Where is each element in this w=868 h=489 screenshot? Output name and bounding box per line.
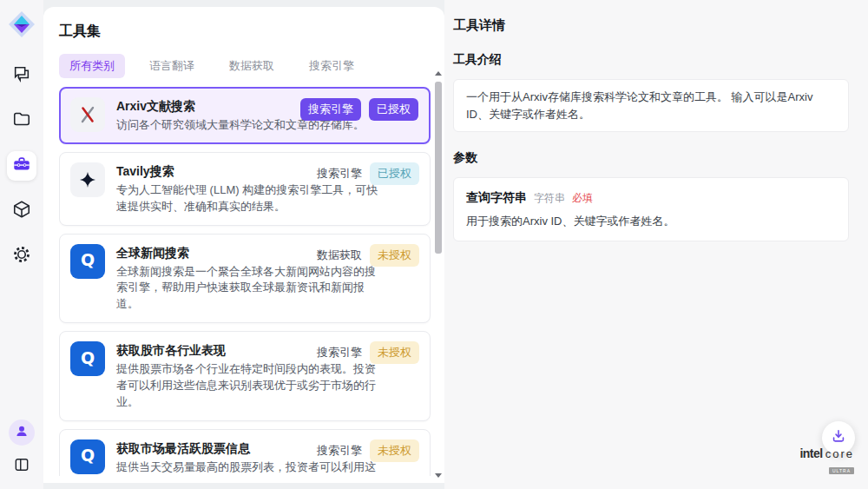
auth-status-badge: 已授权 <box>369 98 418 121</box>
param-name: 查询字符串 <box>466 190 527 204</box>
intro-heading: 工具介绍 <box>453 52 849 68</box>
scroll-up-arrow-icon[interactable] <box>435 71 442 76</box>
tool-details-panel: 工具详情 工具介绍 一个用于从Arxiv存储库搜索科学论文和文章的工具。 输入可… <box>444 0 868 489</box>
category-label: 数据获取 <box>317 248 362 263</box>
tool-badges: 搜索引擎 未授权 <box>317 341 419 364</box>
param-required-badge: 必填 <box>572 192 593 204</box>
category-badge: 搜索引擎 <box>300 98 361 121</box>
param-description: 用于搜索的Arxiv ID、关键字或作者姓名。 <box>466 214 836 229</box>
intel-product: core <box>825 447 854 460</box>
details-title: 工具详情 <box>453 17 849 34</box>
sidebar-item-files[interactable] <box>7 106 36 135</box>
tool-card-list: Arxiv文献搜索 访问各个研究领域大量科学论文和文章的存储库。 搜索引擎 已授… <box>59 87 431 476</box>
toolbox-icon <box>12 155 31 177</box>
cube-icon <box>12 200 31 222</box>
app-logo-icon <box>8 10 36 38</box>
category-label: 搜索引擎 <box>317 166 362 182</box>
category-label: 搜索引擎 <box>317 443 362 459</box>
tool-badges: 搜索引擎 已授权 <box>300 98 418 121</box>
list-scrollbar[interactable] <box>434 71 443 478</box>
intro-text-box: 一个用于从Arxiv存储库搜索科学论文和文章的工具。 输入可以是Arxiv ID… <box>453 79 849 132</box>
tool-badges: 搜索引擎 已授权 <box>317 162 419 185</box>
arxiv-logo-icon <box>70 97 105 132</box>
scroll-down-arrow-icon[interactable] <box>435 473 442 478</box>
toolset-panel: 工具集 所有类别 语言翻译 数据获取 搜索引擎 Arxiv文献搜索 访问各个研究… <box>43 7 444 483</box>
tool-card-sector-performance[interactable]: Q 获取股市各行业表现 提供股票市场各个行业在特定时间段内的表现。投资者可以利用… <box>59 331 431 421</box>
news-q-icon: Q <box>70 341 105 376</box>
tool-badges: 搜索引擎 未授权 <box>317 439 419 462</box>
tool-card-tavily[interactable]: Tavily搜索 专为人工智能代理 (LLM) 构建的搜索引擎工具，可快速提供实… <box>59 152 431 226</box>
user-icon <box>14 423 30 442</box>
sparkle-icon <box>70 162 105 197</box>
scrollbar-thumb[interactable] <box>435 82 442 254</box>
param-type: 字符串 <box>534 192 565 204</box>
tab-all-categories[interactable]: 所有类别 <box>59 54 125 78</box>
download-icon <box>830 427 847 448</box>
q-glyph: Q <box>81 350 95 367</box>
category-tabs: 所有类别 语言翻译 数据获取 搜索引擎 <box>59 54 444 78</box>
category-label: 搜索引擎 <box>317 345 362 360</box>
intel-brand: intel <box>799 446 822 460</box>
folder-icon <box>12 109 31 132</box>
intel-core-logo: intel core ULTRA <box>799 446 854 476</box>
news-q-icon: Q <box>70 244 105 279</box>
news-q-icon: Q <box>70 439 105 474</box>
sidebar-nav <box>7 61 36 271</box>
tool-description: 专为人工智能代理 (LLM) 构建的搜索引擎工具，可快速提供实时、准确和真实的结… <box>116 182 378 215</box>
params-heading: 参数 <box>453 150 849 166</box>
tab-data-fetch[interactable]: 数据获取 <box>219 54 285 78</box>
page-title: 工具集 <box>59 23 444 41</box>
sidebar-rail <box>0 0 43 489</box>
intel-logo-text: intel core <box>799 446 854 460</box>
tab-search-engine[interactable]: 搜索引擎 <box>299 54 365 78</box>
param-card: 查询字符串字符串必填 用于搜索的Arxiv ID、关键字或作者姓名。 <box>453 177 849 241</box>
tool-badges: 数据获取 未授权 <box>317 244 419 267</box>
auth-status-badge: 未授权 <box>370 439 419 462</box>
tool-card-arxiv[interactable]: Arxiv文献搜索 访问各个研究领域大量科学论文和文章的存储库。 搜索引擎 已授… <box>59 87 431 144</box>
q-glyph: Q <box>81 252 95 268</box>
sidebar-item-settings[interactable] <box>7 241 36 271</box>
tool-card-most-active-stocks[interactable]: Q 获取市场最活跃股票信息 提供当天交易量最高的股票列表，投资者可以利用这些信息… <box>59 429 431 476</box>
intel-tier-badge: ULTRA <box>829 467 854 474</box>
param-header: 查询字符串字符串必填 <box>466 189 836 206</box>
sidebar-item-tools[interactable] <box>7 151 36 181</box>
tool-description: 提供股票市场各个行业在特定时间段内的表现。投资者可以利用这些信息来识别表现优于或… <box>116 361 378 411</box>
chat-icon <box>12 64 31 87</box>
auth-status-badge: 已授权 <box>370 162 419 185</box>
auth-status-badge: 未授权 <box>370 244 419 267</box>
user-avatar[interactable] <box>9 420 35 446</box>
tab-translation[interactable]: 语言翻译 <box>139 54 205 78</box>
sidebar-item-layout[interactable] <box>10 454 34 479</box>
tool-card-global-news[interactable]: Q 全球新闻搜索 全球新闻搜索是一个聚合全球各大新闻网站内容的搜索引擎，帮助用户… <box>59 234 431 324</box>
sidebar-item-packages[interactable] <box>7 196 36 226</box>
q-glyph: Q <box>81 447 95 464</box>
tool-description: 全球新闻搜索是一个聚合全球各大新闻网站内容的搜索引擎，帮助用户快速获取全球最新资… <box>116 264 378 314</box>
layout-panels-icon <box>13 456 30 477</box>
auth-status-badge: 未授权 <box>370 341 419 364</box>
settings-gear-icon <box>12 245 31 268</box>
sidebar-bottom <box>9 420 35 479</box>
sidebar-item-chat[interactable] <box>7 61 36 90</box>
